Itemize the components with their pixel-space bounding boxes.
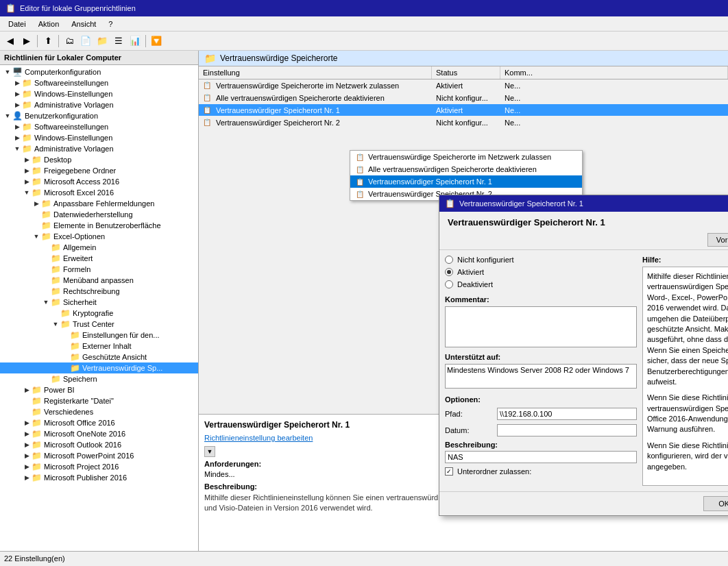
tree-item-admin-c[interactable]: ▶ 📁 Administrative Vorlagen: [0, 99, 198, 110]
freigegebene-icon: 📁: [32, 166, 42, 175]
toggle-ms-onenote[interactable]: ▶: [22, 430, 32, 437]
tree-item-elemente[interactable]: 📁 Elemente in Benutzeroberfläche: [0, 220, 198, 231]
tree-item-ms-outlook[interactable]: ▶ 📁 Microsoft Outlook 2016: [0, 439, 198, 450]
toggle-ms-office[interactable]: ▶: [22, 419, 32, 426]
toolbar-show-btn[interactable]: 🗂: [62, 34, 77, 49]
toggle-computer-config[interactable]: ▼: [3, 69, 12, 75]
toggle-trust-center[interactable]: ▼: [51, 321, 60, 328]
datum-input[interactable]: [497, 424, 637, 436]
tree-item-benutzer-config[interactable]: ▼ 👤 Benutzerkonfiguration: [0, 110, 198, 121]
menu-help[interactable]: ?: [103, 19, 118, 29]
toggle-ms-excel[interactable]: ▼: [22, 189, 32, 196]
toggle-software-c[interactable]: ▶: [12, 79, 22, 86]
tree-item-menueband[interactable]: 📁 Menüband anpassen: [0, 275, 198, 286]
toggle-benutzer-config[interactable]: ▼: [3, 112, 12, 119]
detail-collapse-btn[interactable]: ▼: [204, 446, 215, 457]
help-text-1: Mithilfe dieser Richtlinieneinstellung k…: [647, 271, 728, 387]
toggle-anpassbare[interactable]: ▶: [32, 200, 41, 207]
toggle-ms-access[interactable]: ▶: [22, 178, 32, 185]
toggle-admin-b[interactable]: ▼: [12, 145, 22, 152]
dropdown-item-3[interactable]: 📋 Vertrauenswürdiger Speicherort Nr. 1: [350, 175, 582, 188]
tree-item-trust-center[interactable]: ▼ 📁 Trust Center: [0, 319, 198, 330]
tree-item-vertrauens-sp[interactable]: 📁 Vertrauenswürdige Sp...: [0, 362, 198, 373]
radio-deaktiviert[interactable]: Deaktiviert: [445, 280, 637, 288]
toolbar-list-btn[interactable]: ☰: [111, 34, 126, 49]
tree-item-registerkarte[interactable]: 📁 Registerkarte "Datei": [0, 395, 198, 406]
tree-item-speichern[interactable]: 📁 Speichern: [0, 373, 198, 384]
tree-item-kryptografie[interactable]: 📁 Kryptografie: [0, 308, 198, 319]
toolbar-filter-btn[interactable]: 🔽: [149, 34, 164, 49]
toggle-power-bi[interactable]: ▶: [22, 386, 32, 393]
tree-label-computer-config: Computerkonfiguration: [25, 68, 101, 76]
toggle-excel-optionen[interactable]: ▼: [32, 233, 41, 240]
toggle-ms-project[interactable]: ▶: [22, 463, 32, 470]
tree-item-formeln[interactable]: 📁 Formeln: [0, 264, 198, 275]
toggle-ms-outlook[interactable]: ▶: [22, 441, 32, 448]
tree-item-windows-b[interactable]: ▶ 📁 Windows-Einstellungen: [0, 132, 198, 143]
tree-item-erweitert[interactable]: 📁 Erweitert: [0, 253, 198, 264]
prev-setting-btn[interactable]: Vorherige Einstellung: [707, 233, 728, 247]
tree-item-ms-onenote[interactable]: ▶ 📁 Microsoft OneNote 2016: [0, 428, 198, 439]
toolbar-view-btn[interactable]: 📄: [78, 34, 93, 49]
tree-item-sicherheit[interactable]: ▼ 📁 Sicherheit: [0, 297, 198, 308]
toggle-software-b[interactable]: ▶: [12, 123, 22, 130]
toolbar-forward-btn[interactable]: ▶: [19, 34, 34, 49]
tree-item-einst-fuer-den[interactable]: 📁 Einstellungen für den...: [0, 330, 198, 341]
kommentar-textarea[interactable]: [445, 306, 637, 347]
policy-row-1[interactable]: 📋 Vertrauenswürdige Speicherorte im Netz…: [199, 79, 728, 92]
tree-item-power-bi[interactable]: ▶ 📁 Power BI: [0, 384, 198, 395]
tree-label-admin-c: Administrative Vorlagen: [34, 101, 114, 109]
tree-label-ms-office: Microsoft Office 2016: [44, 419, 115, 427]
toggle-desktop[interactable]: ▶: [22, 156, 32, 163]
toggle-windows-c[interactable]: ▶: [12, 90, 22, 97]
tree-item-geschuetzte-ansicht[interactable]: 📁 Geschützte Ansicht: [0, 352, 198, 362]
menu-aktion[interactable]: Aktion: [33, 19, 65, 29]
toolbar-back-btn[interactable]: ◀: [3, 34, 18, 49]
dropdown-item-2[interactable]: 📋 Alle vertrauenswürdigen Speicherorte d…: [350, 163, 582, 175]
tree-item-ms-project[interactable]: ▶ 📁 Microsoft Project 2016: [0, 461, 198, 472]
ok-btn[interactable]: OK: [703, 496, 728, 511]
tree-item-ms-powerpoint[interactable]: ▶ 📁 Microsoft PowerPoint 2016: [0, 450, 198, 461]
menu-datei[interactable]: Datei: [3, 19, 32, 29]
policy-row-4[interactable]: 📋 Vertrauenswürdiger Speicherort Nr. 2 N…: [199, 116, 728, 129]
tree-item-datenwieder[interactable]: 📁 Datenwiederherstellung: [0, 209, 198, 220]
toolbar-details-btn[interactable]: 📊: [128, 34, 143, 49]
tree-item-software-b[interactable]: ▶ 📁 Softwareeinstellungen: [0, 121, 198, 132]
tree-item-software-c[interactable]: ▶ 📁 Softwareeinstellungen: [0, 77, 198, 88]
tree-item-ms-access[interactable]: ▶ 📁 Microsoft Access 2016: [0, 176, 198, 187]
toggle-sicherheit[interactable]: ▼: [41, 299, 51, 306]
policy-row-2[interactable]: 📋 Alle vertrauenswürdigen Speicherorte d…: [199, 92, 728, 104]
toggle-admin-c[interactable]: ▶: [12, 101, 22, 108]
dropdown-item-1[interactable]: 📋 Vertrauenswürdige Speicherorte im Netz…: [350, 151, 582, 163]
tree-item-computer-config[interactable]: ▼ 🖥️ Computerkonfiguration: [0, 66, 198, 77]
tree-item-desktop[interactable]: ▶ 📁 Desktop: [0, 154, 198, 165]
app-icon: 📋: [5, 3, 16, 13]
policy-row-3[interactable]: 📋 Vertrauenswürdiger Speicherort Nr. 1 A…: [199, 104, 728, 116]
toggle-ms-publisher[interactable]: ▶: [22, 474, 32, 481]
tree-item-excel-optionen[interactable]: ▼ 📁 Excel-Optionen: [0, 231, 198, 242]
tree-item-ms-office[interactable]: ▶ 📁 Microsoft Office 2016: [0, 417, 198, 428]
tree-item-allgemein[interactable]: 📁 Allgemein: [0, 242, 198, 253]
radio-aktiviert[interactable]: Aktiviert: [445, 268, 637, 276]
menu-ansicht[interactable]: Ansicht: [66, 19, 101, 29]
toggle-ms-powerpoint[interactable]: ▶: [22, 452, 32, 459]
beschreibung-input[interactable]: [445, 451, 637, 463]
toolbar-up-btn[interactable]: ⬆: [40, 34, 56, 49]
pfad-input[interactable]: [497, 408, 637, 420]
tree-item-anpassbare[interactable]: ▶ 📁 Anpassbare Fehlermeldungen: [0, 198, 198, 209]
tree-item-verschiedenes[interactable]: 📁 Verschiedenes: [0, 406, 198, 417]
tree-item-freigegebene[interactable]: ▶ 📁 Freigegebene Ordner: [0, 165, 198, 176]
toggle-freigegebene[interactable]: ▶: [22, 167, 32, 174]
radio-nicht-konfiguriert[interactable]: Nicht konfiguriert: [445, 256, 637, 264]
tree-item-admin-b[interactable]: ▼ 📁 Administrative Vorlagen: [0, 143, 198, 154]
tree-item-rechtschreib[interactable]: 📁 Rechtschreibung: [0, 286, 198, 297]
edit-policy-link[interactable]: Richtlinieneinstellung bearbeiten: [204, 434, 313, 442]
unterordner-row[interactable]: Unterordner zulassen:: [445, 467, 637, 476]
tree-item-externer-inhalt[interactable]: 📁 Externer Inhalt: [0, 341, 198, 352]
unterordner-checkbox[interactable]: [445, 467, 453, 476]
toggle-windows-b[interactable]: ▶: [12, 134, 22, 141]
toolbar-folder-btn[interactable]: 📁: [95, 34, 110, 49]
tree-item-windows-c[interactable]: ▶ 📁 Windows-Einstellungen: [0, 88, 198, 99]
tree-item-ms-publisher[interactable]: ▶ 📁 Microsoft Publisher 2016: [0, 472, 198, 483]
tree-item-ms-excel[interactable]: ▼ 📁 Microsoft Excel 2016: [0, 187, 198, 198]
